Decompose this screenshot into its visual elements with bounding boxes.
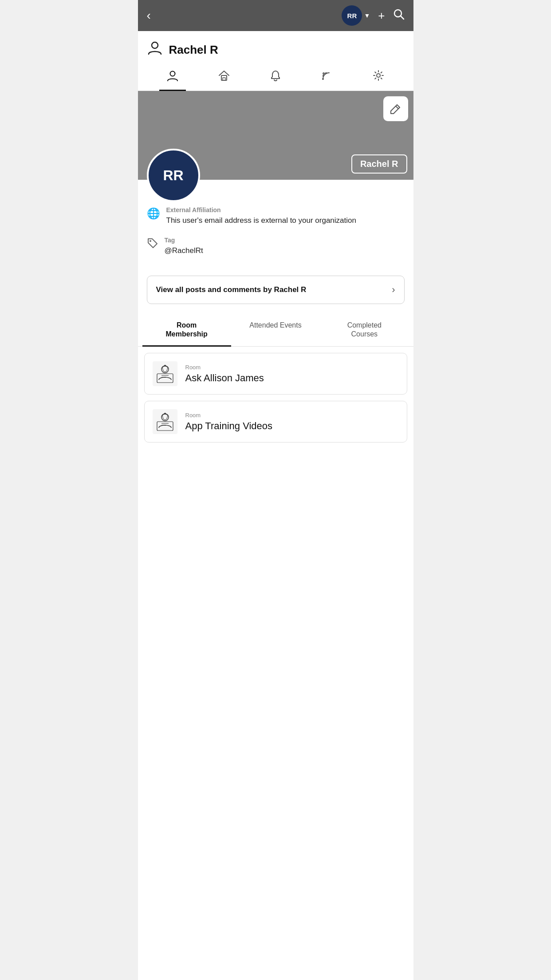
- tab-feed[interactable]: [314, 64, 340, 91]
- room-name-1: Ask Allison James: [185, 372, 264, 384]
- tab-settings[interactable]: [365, 64, 392, 91]
- view-posts-label: View all posts and comments by Rachel R: [156, 285, 307, 294]
- external-affiliation-row: 🌐 External Affiliation This user's email…: [147, 206, 405, 226]
- view-posts-button[interactable]: View all posts and comments by Rachel R …: [147, 276, 405, 304]
- back-button[interactable]: ‹: [147, 8, 151, 23]
- top-bar: ‹ RR ▼ +: [138, 0, 413, 31]
- tag-icon: [147, 237, 158, 252]
- svg-point-8: [150, 240, 151, 242]
- room-label-2: Room: [185, 412, 273, 419]
- tag-row: Tag @RachelRt: [147, 237, 405, 256]
- room-name-2: App Training Videos: [185, 420, 273, 432]
- profile-name-badge: Rachel R: [351, 154, 407, 174]
- profile-name: Rachel R: [169, 43, 218, 57]
- room-logo-1: [152, 360, 178, 387]
- svg-point-16: [164, 413, 166, 415]
- avatar-dropdown-arrow: ▼: [364, 12, 370, 19]
- external-affiliation-value: This user's email address is external to…: [166, 215, 356, 226]
- profile-header: Rachel R: [138, 31, 413, 64]
- tab-profile[interactable]: [159, 64, 186, 91]
- svg-line-1: [401, 16, 404, 19]
- svg-point-7: [377, 74, 380, 77]
- top-bar-actions: RR ▼ +: [342, 5, 404, 26]
- tab-home[interactable]: [211, 64, 237, 91]
- room-label-1: Room: [185, 364, 264, 371]
- tag-value: @RachelRt: [165, 245, 203, 256]
- external-affiliation-label: External Affiliation: [166, 206, 356, 213]
- add-button[interactable]: +: [378, 9, 385, 23]
- room-list: Room Ask Allison James Room App Train: [138, 347, 413, 443]
- user-avatar-top[interactable]: RR ▼: [342, 5, 370, 26]
- profile-banner: Rachel R RR: [138, 91, 413, 180]
- svg-point-2: [152, 42, 158, 48]
- svg-point-12: [164, 365, 166, 367]
- tab-room-membership[interactable]: RoomMembership: [142, 315, 231, 347]
- profile-user-icon: [147, 40, 163, 59]
- chevron-right-icon: ›: [392, 284, 395, 296]
- room-card[interactable]: Room App Training Videos: [144, 401, 407, 443]
- content-tabs: RoomMembership Attended Events Completed…: [138, 315, 413, 347]
- room-logo-2: [152, 408, 178, 435]
- tab-bell[interactable]: [262, 64, 289, 91]
- svg-point-6: [322, 78, 324, 80]
- search-button[interactable]: [393, 8, 405, 23]
- profile-tabs: [138, 64, 413, 91]
- globe-icon: 🌐: [147, 207, 160, 220]
- avatar-circle: RR: [342, 5, 362, 26]
- tab-attended-events[interactable]: Attended Events: [231, 315, 320, 347]
- room-card[interactable]: Room Ask Allison James: [144, 353, 407, 395]
- tab-completed-courses[interactable]: CompletedCourses: [320, 315, 409, 347]
- main-content: Rachel R: [138, 31, 413, 980]
- svg-point-3: [170, 71, 175, 76]
- tag-label: Tag: [165, 237, 203, 244]
- edit-profile-button[interactable]: [383, 96, 408, 121]
- profile-avatar-large: RR: [147, 149, 200, 202]
